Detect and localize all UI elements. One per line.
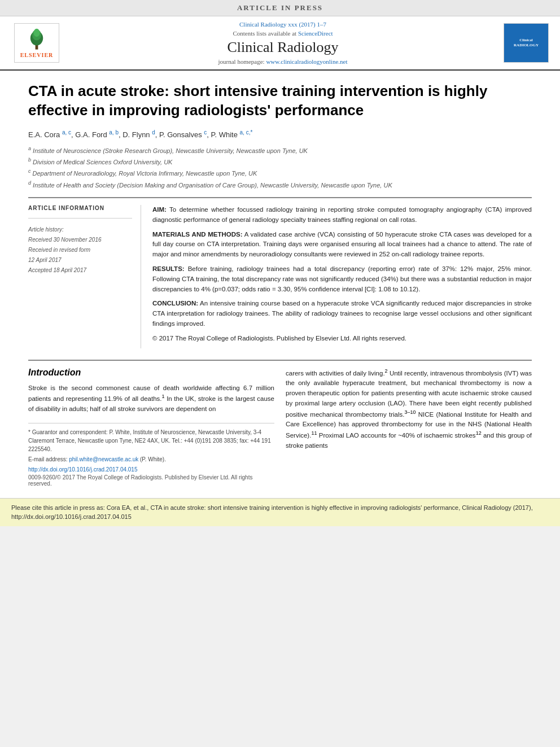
journal-header-center: Clinical Radiology xxx (2017) 1–7 Conten… [62,21,504,65]
article-in-press-banner: ARTICLE IN PRESS [0,0,560,16]
revised-date: 12 April 2017 [28,256,132,265]
received-date: Received 30 November 2016 [28,235,132,244]
intro-para1: Stroke is the second commonest cause of … [28,383,274,414]
article-info-heading: ARTICLE INFORMATION [28,205,132,211]
info-divider [28,218,132,219]
footnote-section: * Guarantor and correspondent: P. White,… [28,423,274,464]
article-info-abstract: ARTICLE INFORMATION Article history: Rec… [28,205,532,348]
divider-thick [28,197,532,198]
abstract-text: AIM: To determine whether focussed radio… [152,205,532,344]
body-left-col: Introduction Stroke is the second common… [28,368,274,487]
elsevier-text: ELSEVIER [20,52,54,58]
sciencedirect-link[interactable]: ScienceDirect [298,30,333,37]
journal-title: Clinical Radiology [62,39,504,56]
journal-doi-line: Clinical Radiology xxx (2017) 1–7 [62,21,504,28]
elsevier-logo: ELSEVIER [11,23,62,63]
email-link[interactable]: phil.white@newcastle.ac.uk [69,456,138,462]
history-label: Article history: [28,225,132,234]
contents-label: Contents lists available at [233,30,296,37]
footnote-guarantor: * Guarantor and correspondent: P. White,… [28,428,274,453]
banner-text: ARTICLE IN PRESS [237,3,323,12]
article-history: Article history: Received 30 November 20… [28,225,132,275]
journal-homepage: journal homepage: www.clinicalradiologyo… [62,58,504,65]
svg-point-3 [33,28,40,36]
abstract-col: AIM: To determine whether focussed radio… [152,205,532,348]
contents-line: Contents lists available at ScienceDirec… [62,30,504,37]
citation-bar: Please cite this article in press as: Co… [0,498,560,526]
article-info-col: ARTICLE INFORMATION Article history: Rec… [28,205,141,348]
elsevier-logo-img: ELSEVIER [14,23,59,63]
footnote-email: E-mail address: phil.white@newcastle.ac.… [28,455,274,464]
introduction-heading: Introduction [28,368,274,378]
article-title: CTA in acute stroke: short intensive tra… [28,82,532,120]
authors-line: E.A. Cora a, c, G.A. Ford a, b, D. Flynn… [28,129,532,139]
divider-thick-2 [28,360,532,361]
journal-header: ELSEVIER Clinical Radiology xxx (2017) 1… [0,16,560,71]
radiology-logo: ClinicalRADIOLOGY [504,23,549,63]
homepage-url[interactable]: www.clinicalradiologyonline.net [266,58,347,65]
intro-para2: carers with activities of daily living.2… [286,368,532,451]
citation-text: Please cite this article in press as: Co… [11,504,533,521]
abstract-results: RESULTS: Before training, radiology trai… [152,264,532,294]
body-two-col: Introduction Stroke is the second common… [28,368,532,487]
abstract-aim: AIM: To determine whether focussed radio… [152,205,532,225]
copyright-line: 0009-9260/© 2017 The Royal College of Ra… [28,474,274,487]
abstract-copyright: © 2017 The Royal College of Radiologists… [152,334,532,344]
body-right-col: carers with activities of daily living.2… [286,368,532,487]
revised-label: Received in revised form [28,246,132,255]
introduction-text-left: Stroke is the second commonest cause of … [28,383,274,414]
abstract-methods: MATERIALS AND METHODS: A validated case … [152,230,532,260]
introduction-text-right: carers with activities of daily living.2… [286,368,532,451]
homepage-label: journal homepage: [218,58,264,65]
accepted-date: Accepted 18 April 2017 [28,266,132,275]
affiliations: a Institute of Neuroscience (Stroke Rese… [28,145,532,190]
abstract-conclusion: CONCLUSION: An intensive training course… [152,299,532,329]
article-content: CTA in acute stroke: short intensive tra… [0,71,560,498]
page-wrapper: ARTICLE IN PRESS ELSEVIER Clinical Radio… [0,0,560,526]
radiology-logo-text: ClinicalRADIOLOGY [514,38,539,48]
doi-footer[interactable]: http://dx.doi.org/10.1016/j.crad.2017.04… [28,466,274,473]
